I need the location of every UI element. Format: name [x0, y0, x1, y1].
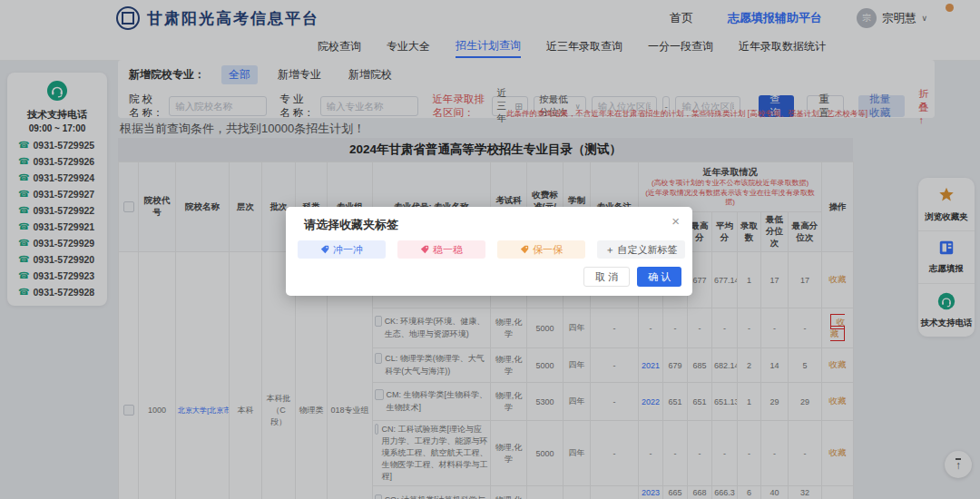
tag-icon	[320, 245, 329, 254]
tag-icon	[420, 245, 429, 254]
tag-icon	[520, 245, 529, 254]
tag-wen-yi-wen[interactable]: 稳一稳	[397, 240, 485, 259]
custom-tag-button[interactable]: ＋ 自定义新标签	[597, 240, 685, 259]
tag-chong-yi-chong[interactable]: 冲一冲	[298, 240, 386, 259]
tag-bao-yi-bao[interactable]: 保一保	[497, 240, 585, 259]
confirm-button[interactable]: 确 认	[637, 267, 681, 287]
close-icon[interactable]: ×	[671, 213, 680, 229]
favorite-tag-modal: 请选择收藏夹标签 × 冲一冲 稳一稳 保一保 ＋ 自定义新标签 取 消 确 认	[286, 207, 692, 296]
modal-title: 请选择收藏夹标签	[304, 217, 398, 233]
page: 甘肃阳光高考信息平台 首页 志愿填报辅助平台 宗 宗明慧 ∨ 院校查询专业大全招…	[0, 0, 980, 499]
cancel-button[interactable]: 取 消	[583, 267, 630, 287]
